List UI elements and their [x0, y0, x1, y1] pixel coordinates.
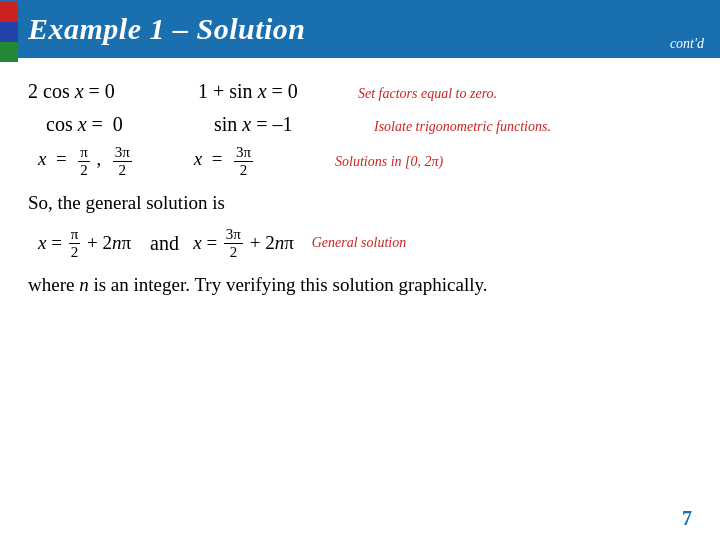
gen-x-label2: x [193, 232, 201, 254]
solutions-note-inline: Solutions in [0, 2π) [315, 152, 443, 170]
gen-n2: n [275, 232, 285, 254]
contd-label: cont'd [670, 36, 704, 58]
general-solution-row: x = π 2 + 2nπ and x = 3π 2 + 2nπ General… [28, 226, 692, 260]
frac-3pi-2-right: 3π 2 [234, 144, 253, 178]
equation-1: 2 cos x = 0 [28, 80, 168, 103]
where-line: where n is an integer. Try verifying thi… [28, 274, 692, 296]
equation-3: cos x = 0 [46, 113, 184, 136]
row-isolated: cos x = 0 sin x = –1 Isolate trigonometr… [28, 113, 692, 136]
slide-title: Example 1 – Solution [28, 12, 670, 46]
tab-green [0, 42, 18, 62]
general-intro: So, the general solution is [28, 192, 692, 214]
where-rest: is an integer. Try verifying this soluti… [89, 274, 488, 295]
gen-n1: n [112, 232, 122, 254]
solutions-range-note: Solutions in [0, 2π) [335, 154, 443, 169]
n-variable: n [79, 274, 89, 295]
gen-x-label: x [38, 232, 46, 254]
set-factors-note: Set factors equal to zero. [358, 86, 497, 102]
equation-4: sin x = –1 [214, 113, 354, 136]
row-solutions: x = π 2 , 3π 2 x = 3π 2 Solutions in [0,… [28, 144, 692, 178]
frac-3pi-2-left: 3π 2 [113, 144, 132, 178]
isolate-note: Isolate trigonometric functions. [374, 119, 551, 135]
gen-frac-3pi2: 3π 2 [224, 226, 243, 260]
x-eq-label: x [38, 148, 46, 169]
corner-tabs [0, 0, 22, 60]
row-factors: 2 cos x = 0 1 + sin x = 0 Set factors eq… [28, 80, 692, 103]
x-eq-label2: x [194, 148, 202, 169]
header-bar: Example 1 – Solution cont'd [0, 0, 720, 58]
frac-pi-2: π 2 [78, 144, 90, 178]
page-number: 7 [682, 507, 692, 530]
general-solution-note: General solution [312, 235, 407, 251]
solution-left: x = π 2 , 3π 2 [28, 144, 134, 178]
solution-right: x = 3π 2 [194, 144, 255, 178]
gen-frac-pi2: π 2 [69, 226, 81, 260]
tab-blue [0, 22, 18, 42]
content-area: 2 cos x = 0 1 + sin x = 0 Set factors eq… [0, 58, 720, 540]
and-word: and [150, 232, 179, 255]
tab-red [0, 2, 18, 22]
where-text: where [28, 274, 79, 295]
equation-2: 1 + sin x = 0 [198, 80, 338, 103]
